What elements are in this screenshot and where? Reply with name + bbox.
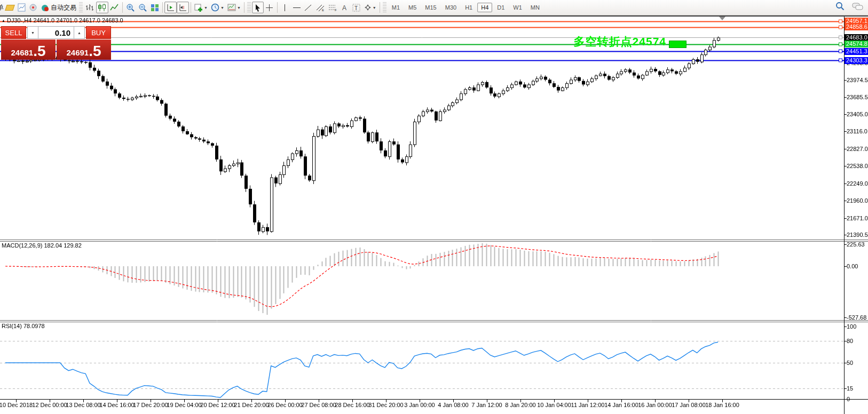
timeframe-d1-button[interactable]: D1: [493, 3, 508, 12]
trade-panel-prices: 24681 .5 24691 .5: [1, 39, 111, 60]
time-axis-label: 8 Jan 20:00: [505, 402, 536, 408]
zoom-in-icon: [126, 3, 135, 12]
macd-tick-label: 0.00: [847, 263, 858, 269]
sell-price[interactable]: 24681 .5: [1, 39, 56, 60]
macd-indicator-label: MACD(12,26,9) 182.04 129.82: [2, 242, 82, 249]
chart-shift-marker[interactable]: [719, 17, 725, 20]
buy-price-main: 24691: [66, 47, 89, 58]
zoom-in-button[interactable]: [124, 2, 137, 13]
timeframe-m5-button[interactable]: M5: [405, 3, 420, 12]
candlestick-chart-button[interactable]: [96, 2, 108, 13]
trendline-button[interactable]: [303, 2, 314, 13]
time-axis-label: 26 Dec 00:00: [267, 402, 302, 408]
price-level-badge: 24574.8: [845, 41, 868, 47]
zoom-out-button[interactable]: [137, 2, 149, 13]
horizontal-line-button[interactable]: [291, 2, 303, 13]
cursor-icon: [254, 4, 261, 12]
time-axis-label: 31 Dec 20:00: [368, 402, 403, 408]
timeframe-mn-button[interactable]: MN: [527, 3, 543, 12]
toolbar-separator: [122, 2, 123, 13]
timeframe-w1-button[interactable]: W1: [509, 3, 526, 12]
time-axis-label: 4 Jan 08:00: [438, 402, 469, 408]
time-axis-label: 16 Jan 00:00: [638, 402, 672, 408]
tile-windows-icon: [151, 4, 159, 12]
time-axis-label: 7 Jan 12:00: [471, 402, 502, 408]
vertical-line-button[interactable]: [279, 2, 291, 13]
dropdown-arrow-icon: ▼: [204, 6, 208, 10]
timeframe-h4-button[interactable]: H4: [477, 3, 492, 12]
trendline-icon: [304, 4, 312, 12]
price-tick-label: 21671.0: [847, 215, 868, 221]
toolbar-grip[interactable]: [247, 2, 251, 13]
channel-icon: E: [316, 4, 325, 12]
time-axis-label: 14 Dec 16:00: [99, 402, 134, 408]
tile-windows-button[interactable]: [149, 2, 161, 13]
buy-button[interactable]: BUY: [86, 26, 111, 39]
page-icon: [18, 3, 26, 12]
time-axis-label: 14 Jan 16:00: [604, 402, 638, 408]
line-chart-button[interactable]: [108, 2, 121, 13]
chart-shift-button[interactable]: [177, 2, 189, 13]
time-axis-label: 17 Jan 08:00: [672, 402, 706, 408]
periods-button[interactable]: ▼: [209, 2, 226, 13]
bar-chart-button[interactable]: [84, 2, 96, 13]
cursor-button[interactable]: [252, 2, 264, 13]
time-scale[interactable]: 10 Dec 201812 Dec 00:0013 Dec 08:0014 De…: [0, 400, 868, 414]
add-indicator-button[interactable]: ▼: [193, 2, 209, 13]
objects-icon[interactable]: [4, 2, 15, 13]
horizontal-line-icon: [293, 4, 301, 11]
time-axis-label: 10 Jan 04:00: [537, 402, 571, 408]
volume-increase-button[interactable]: ▲: [74, 26, 85, 39]
toolbar-grip[interactable]: [383, 2, 386, 13]
timeframe-m1-button[interactable]: M1: [388, 3, 404, 12]
toolbar-separator: [162, 2, 163, 13]
sell-price-main: 24681: [11, 47, 33, 58]
toolbar-right: [835, 2, 864, 11]
toolbar-separator: [191, 2, 191, 13]
one-click-toggle-icon[interactable]: ▲: [2, 19, 5, 22]
toolbar-grip[interactable]: [79, 2, 83, 13]
template-icon: [227, 4, 236, 12]
sell-button[interactable]: SELL: [1, 26, 26, 39]
fibonacci-button[interactable]: F: [327, 2, 339, 13]
time-axis-label: 12 Dec 00:00: [32, 402, 67, 408]
line-chart-icon: [110, 4, 119, 12]
price-tick-label: 21960.0: [847, 197, 868, 204]
auto-scroll-button[interactable]: [164, 2, 177, 13]
signals-icon[interactable]: [27, 2, 39, 13]
templates-button[interactable]: ▼: [226, 2, 242, 13]
dropdown-arrow-icon: ▼: [373, 6, 376, 10]
sell-price-pips: .5: [33, 44, 45, 58]
buy-price[interactable]: 24691 .5: [57, 39, 111, 60]
dropdown-arrow-icon: ▼: [220, 6, 224, 10]
chart-title-text: DJ30-,H4 24641.0 24701.0 24617.0 24683.0: [7, 17, 123, 23]
volume-decrease-button[interactable]: ▼: [27, 26, 38, 39]
toolbar-separator: [277, 2, 278, 13]
autotrading-button[interactable]: 自动交易: [39, 2, 78, 13]
equidistant-channel-button[interactable]: E: [314, 2, 327, 13]
pivot-annotation-flag[interactable]: [669, 41, 686, 48]
svg-text:A: A: [342, 4, 346, 12]
chat-icon[interactable]: [852, 2, 864, 11]
text-button[interactable]: A: [339, 2, 351, 13]
timeframe-toolbar: M1M5M15M30H1H4D1W1MN: [388, 3, 544, 12]
time-axis-label: 10 Dec 2018: [0, 402, 33, 408]
price-scale[interactable]: 24841.524552.524263.523974.523685.523405…: [845, 0, 868, 414]
arrows-button[interactable]: ▼: [362, 2, 378, 13]
search-icon[interactable]: [835, 2, 845, 11]
price-tick-label: 23116.0: [847, 128, 867, 134]
timeframe-m15-button[interactable]: M15: [421, 3, 440, 12]
rsi-tick-label: 100: [847, 323, 856, 330]
new-order-button[interactable]: 单: [0, 3, 4, 12]
charts-page-icon[interactable]: [15, 2, 27, 13]
volume-input[interactable]: 0.10: [38, 26, 74, 39]
chart-title: ▲DJ30-,H4 24641.0 24701.0 24617.0 24683.…: [2, 17, 123, 23]
toolbar: 单 自动交易: [0, 0, 868, 15]
yellow-tool-icon: [5, 5, 15, 11]
timeframe-m30-button[interactable]: M30: [441, 3, 460, 12]
chart-canvas[interactable]: [0, 0, 868, 414]
text-label-button[interactable]: T: [351, 2, 362, 13]
crosshair-button[interactable]: [264, 2, 275, 13]
svg-text:F: F: [335, 9, 337, 12]
timeframe-h1-button[interactable]: H1: [461, 3, 476, 12]
